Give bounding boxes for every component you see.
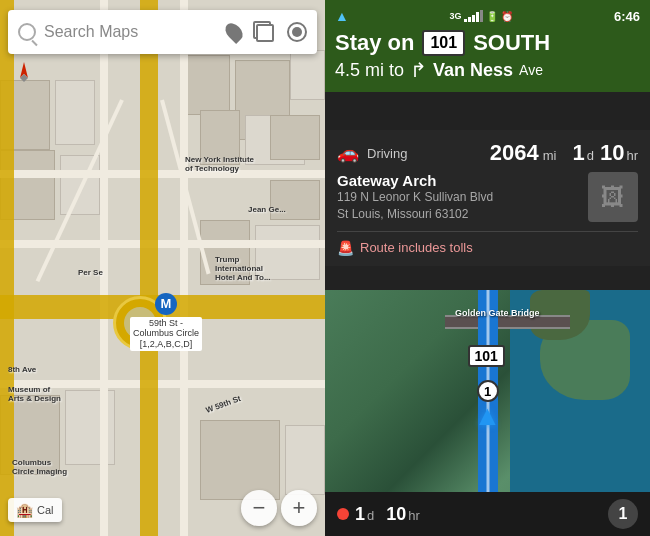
nav-direction-arrow: ▲ xyxy=(474,400,502,432)
info-card: 🚗 Driving 2064 mi 1 d 10 hr Gateway Arch… xyxy=(325,130,650,266)
turn-arrow-icon: ↱ xyxy=(410,58,427,82)
bottom-nav-bar: 1 d 10 hr 1 xyxy=(325,492,650,536)
street-suffix: Ave xyxy=(519,62,543,78)
page-number[interactable]: 1 xyxy=(608,499,638,529)
eta-days-num: 1 xyxy=(355,504,365,525)
left-map-panel: M 59th St -Columbus Circle[1,2,A,B,C,D] … xyxy=(0,0,325,536)
eta-info: 1 d 10 hr xyxy=(337,504,420,525)
street-name: Van Ness xyxy=(433,60,513,81)
photo-icon: 🖼 xyxy=(601,183,625,211)
map-label-8thave: 8th Ave xyxy=(8,365,36,374)
tolls-icon: 🚨 xyxy=(337,240,354,256)
hotel-button[interactable]: 🏨 Cal xyxy=(8,498,62,522)
direction-line2: 4.5 mi to ↱ Van Ness Ave xyxy=(335,58,640,82)
eta-text: 1 d 10 hr xyxy=(355,504,420,525)
battery-icon: 🔋 xyxy=(486,11,498,22)
building xyxy=(270,180,320,220)
route-1-sign: 1 xyxy=(477,380,499,402)
road xyxy=(0,240,325,248)
distance-unit: mi xyxy=(543,148,557,163)
hotel-label: Cal xyxy=(37,504,54,516)
eta-days-unit: d xyxy=(367,508,374,523)
pin-icon[interactable] xyxy=(222,20,246,44)
tolls-text: Route includes tolls xyxy=(360,240,473,255)
nav-arrow-icon: ▲ xyxy=(335,8,349,24)
satellite-background: Golden Gate Bridge 101 1 ▲ xyxy=(325,290,650,492)
route-101-badge: 101 xyxy=(468,345,505,367)
building xyxy=(185,55,230,115)
time-hours-num: 10 xyxy=(600,140,624,166)
destination-name: Gateway Arch xyxy=(337,172,580,189)
nav-header: ▲ 3G 🔋 ⏰ 6:46 Stay on xyxy=(325,0,650,92)
route-1-badge: 1 xyxy=(477,380,499,402)
zoom-in-button[interactable]: + xyxy=(281,490,317,526)
stay-on-text: Stay on xyxy=(335,30,414,56)
signal-bars xyxy=(464,10,483,22)
destination-address-line2: St Louis, Missouri 63102 xyxy=(337,206,580,223)
map-label-imaging: ColumbusCircle Imaging xyxy=(12,458,67,476)
driving-info-row: 🚗 Driving 2064 mi 1 d 10 hr xyxy=(337,140,638,166)
map-background xyxy=(0,0,325,536)
layers-icon[interactable] xyxy=(253,21,275,43)
metro-station-marker: M 59th St -Columbus Circle[1,2,A,B,C,D] xyxy=(130,293,202,351)
tolls-row: 🚨 Route includes tolls xyxy=(337,231,638,256)
header-icons xyxy=(227,21,307,43)
location-icon[interactable] xyxy=(287,22,307,42)
metro-icon: M xyxy=(155,293,177,315)
building xyxy=(285,425,325,495)
building xyxy=(200,420,280,500)
compass-svg xyxy=(12,60,36,84)
driving-icon: 🚗 xyxy=(337,142,359,164)
route-badge-101: 101 xyxy=(422,30,465,56)
network-indicator: 3G xyxy=(449,11,461,21)
clock: 6:46 xyxy=(614,9,640,24)
time-info: 1 d 10 hr xyxy=(572,140,638,166)
destination-address-line1: 119 N Leonor K Sullivan Blvd xyxy=(337,189,580,206)
alarm-icon: ⏰ xyxy=(501,11,513,22)
time-days-unit: d xyxy=(587,148,594,163)
satellite-map: Golden Gate Bridge 101 1 ▲ xyxy=(325,290,650,492)
distance-number: 2064 xyxy=(490,140,539,166)
metro-label: 59th St -Columbus Circle[1,2,A,B,C,D] xyxy=(130,317,202,351)
destination-photo[interactable]: 🖼 xyxy=(588,172,638,222)
status-bar: ▲ 3G 🔋 ⏰ 6:46 xyxy=(335,8,640,24)
building xyxy=(55,80,95,145)
road xyxy=(0,170,325,178)
compass-arrow xyxy=(12,60,36,88)
road xyxy=(180,0,188,536)
direction-text: SOUTH xyxy=(473,30,550,56)
map-label-museum: Museum ofArts & Design xyxy=(8,385,61,403)
route-101-sign: 101 xyxy=(468,345,505,367)
bridge-label: Golden Gate Bridge xyxy=(455,308,540,318)
eta-hours-unit: hr xyxy=(408,508,420,523)
signal-icons: 3G 🔋 ⏰ xyxy=(449,10,513,22)
map-label-nyit: New York Instituteof Technology xyxy=(185,155,254,173)
right-nav-panel: ▲ 3G 🔋 ⏰ 6:46 Stay on xyxy=(325,0,650,536)
search-input[interactable]: Search Maps xyxy=(44,23,219,41)
search-icon xyxy=(18,23,36,41)
distance-info: 2064 mi xyxy=(490,140,557,166)
zoom-controls: − + xyxy=(241,490,317,526)
direction-line1: Stay on 101 SOUTH xyxy=(335,30,640,56)
map-label-perse: Per Se xyxy=(78,268,103,277)
time-hours-unit: hr xyxy=(626,148,638,163)
destination-row: Gateway Arch 119 N Leonor K Sullivan Blv… xyxy=(337,172,638,223)
distance-prefix: 4.5 mi to xyxy=(335,60,404,81)
nav-arrow-up: ▲ xyxy=(474,400,502,431)
main-road xyxy=(140,0,158,536)
eta-hours-num: 10 xyxy=(386,504,406,525)
map-label-trump: TrumpInternationalHotel And To... xyxy=(215,255,271,282)
destination-info: Gateway Arch 119 N Leonor K Sullivan Blv… xyxy=(337,172,580,223)
map-label-jean: Jean Ge... xyxy=(248,205,286,214)
zoom-out-button[interactable]: − xyxy=(241,490,277,526)
building xyxy=(290,50,325,100)
driving-label: Driving xyxy=(367,146,407,161)
building xyxy=(270,115,320,160)
time-days-num: 1 xyxy=(572,140,584,166)
recording-dot xyxy=(337,508,349,520)
search-bar[interactable]: Search Maps xyxy=(8,10,317,54)
